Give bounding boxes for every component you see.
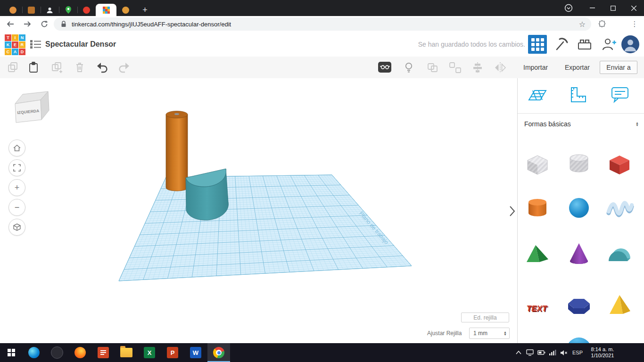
shape-cylinder-striped[interactable] xyxy=(563,148,594,179)
start-button[interactable] xyxy=(0,343,23,362)
edit-grid-button[interactable]: Ed. rejilla xyxy=(461,313,509,322)
tab-search-icon[interactable] xyxy=(559,0,578,16)
tray-language[interactable]: ESP xyxy=(570,343,586,362)
shape-sphere-blue[interactable] xyxy=(563,192,594,223)
shape-cylinder-orange[interactable] xyxy=(522,192,553,223)
back-button[interactable] xyxy=(4,17,17,31)
browser-tab[interactable] xyxy=(4,4,22,16)
copy-icon[interactable] xyxy=(6,60,20,74)
browser-tab[interactable] xyxy=(59,4,77,16)
logo-letter: T xyxy=(5,34,11,41)
blocks-view-button[interactable] xyxy=(528,35,547,54)
fit-view-button[interactable] xyxy=(8,159,25,176)
zoom-out-button[interactable]: − xyxy=(8,199,25,216)
duplicate-icon[interactable] xyxy=(50,60,64,74)
notes-tool-icon[interactable] xyxy=(609,85,631,105)
shape-text-red[interactable]: TEXT TEXT xyxy=(522,290,553,321)
taskbar-app-powerpoint[interactable]: P xyxy=(161,343,184,362)
browser-tab[interactable] xyxy=(116,4,135,16)
snap-grid-label: Ajustar Rejilla xyxy=(427,330,462,337)
account-avatar[interactable] xyxy=(621,35,639,53)
logo-letter: I xyxy=(12,34,18,41)
shape-cone-purple[interactable] xyxy=(563,239,594,270)
url-text: tinkercad.com/things/jIUJ5eudAFF-spectac… xyxy=(72,21,231,28)
shape-box-striped[interactable] xyxy=(522,148,553,179)
new-tab-button[interactable]: + xyxy=(136,4,154,16)
dark-app-icon xyxy=(51,346,63,359)
bookmark-star-icon[interactable]: ☆ xyxy=(579,20,586,29)
shape-half-cylinder-teal-3d[interactable] xyxy=(186,169,229,220)
ruler-tool-icon[interactable] xyxy=(568,85,589,105)
shape-half-sphere-blue[interactable] xyxy=(563,333,594,343)
taskbar-app-dark[interactable] xyxy=(46,343,68,362)
mirror-icon[interactable] xyxy=(493,60,507,74)
view-cube[interactable]: IZQUIERDA xyxy=(12,90,53,128)
delete-trash-icon[interactable] xyxy=(73,60,87,74)
design-title: Spectacular Densor xyxy=(45,32,116,57)
tray-volume-muted-icon[interactable] xyxy=(558,343,570,362)
tray-expand-icon[interactable] xyxy=(513,343,524,362)
browser-tab[interactable] xyxy=(22,4,41,16)
align-icon[interactable] xyxy=(471,60,485,74)
taskbar-app-file-explorer[interactable] xyxy=(115,343,138,362)
ungroup-icon[interactable] xyxy=(448,60,462,74)
address-bar[interactable]: tinkercad.com/things/jIUJ5eudAFF-spectac… xyxy=(54,17,591,31)
brick-icon[interactable] xyxy=(577,38,592,51)
redo-icon[interactable] xyxy=(117,60,131,74)
paste-icon[interactable] xyxy=(26,60,41,74)
comments-visibility-toggle[interactable] xyxy=(377,60,391,74)
lightbulb-icon[interactable] xyxy=(402,60,416,74)
tray-clock[interactable]: 8:14 a. m. 1/10/2021 xyxy=(586,343,619,362)
close-button[interactable] xyxy=(623,0,644,16)
snap-grid-select[interactable]: 1 mm ▲▼ xyxy=(469,328,510,339)
taskbar-app-orange-square[interactable] xyxy=(92,343,115,362)
taskbar-app-excel[interactable]: X xyxy=(138,343,161,362)
firefox-icon xyxy=(74,347,86,358)
minimize-button[interactable] xyxy=(582,0,603,16)
browser-navbar: tinkercad.com/things/jIUJ5eudAFF-spectac… xyxy=(0,16,644,33)
invite-person-icon[interactable] xyxy=(602,37,618,52)
shape-pyramid-yellow[interactable] xyxy=(604,290,635,321)
shape-category-dropdown[interactable]: Formas básicas ▲▼ xyxy=(518,113,644,134)
send-to-button[interactable]: Enviar a xyxy=(600,61,637,74)
shape-roof-green[interactable] xyxy=(522,239,553,270)
taskbar-app-word[interactable]: W xyxy=(184,343,207,362)
undo-icon[interactable] xyxy=(95,60,109,74)
minecraft-pickaxe-icon[interactable] xyxy=(553,37,569,52)
shape-round-roof-teal[interactable] xyxy=(604,239,635,270)
browser-tab-active[interactable] xyxy=(96,4,116,16)
tray-network-icon[interactable] xyxy=(547,343,558,362)
extensions-puzzle-icon[interactable] xyxy=(595,17,608,31)
group-icon[interactable] xyxy=(425,60,439,74)
tinkercad-logo[interactable]: T I N K E R C A D xyxy=(5,34,25,55)
zoom-in-button[interactable]: + xyxy=(8,179,25,196)
browser-tab[interactable] xyxy=(41,4,59,16)
shape-box-red[interactable] xyxy=(604,148,635,179)
workplane-tool-icon[interactable] xyxy=(526,85,548,105)
browser-menu-kebab-icon[interactable]: ⋮ xyxy=(628,17,641,31)
taskbar-app-firefox[interactable] xyxy=(69,343,91,362)
orange-app-icon xyxy=(98,347,109,358)
perspective-toggle-button[interactable] xyxy=(8,219,25,236)
tray-display-icon[interactable] xyxy=(524,343,536,362)
tray-battery-icon[interactable] xyxy=(536,343,547,362)
collapse-panel-chevron-icon[interactable] xyxy=(508,205,516,218)
shape-scribble[interactable] xyxy=(604,192,635,223)
import-button[interactable]: Importar xyxy=(519,61,553,74)
design-menu-icon[interactable] xyxy=(30,40,41,49)
export-button[interactable]: Exportar xyxy=(560,61,594,74)
logo-letter: R xyxy=(19,41,25,48)
maximize-button[interactable] xyxy=(603,0,623,16)
browser-tab[interactable] xyxy=(77,4,96,16)
shape-cylinder-orange-3d[interactable] xyxy=(166,111,188,191)
home-view-button[interactable] xyxy=(8,140,25,156)
taskbar-app-edge[interactable] xyxy=(23,343,45,362)
tab-favicon-green-pin xyxy=(65,6,72,14)
refresh-button[interactable] xyxy=(38,17,51,31)
shape-polygon-navy[interactable] xyxy=(563,290,594,321)
viewport-3d[interactable]: Plano de trabajo IZQUIERDA xyxy=(0,78,517,343)
tab-favicon-person xyxy=(46,7,53,14)
folder-icon xyxy=(120,348,132,357)
forward-button[interactable] xyxy=(21,17,34,31)
taskbar-app-chrome-active[interactable] xyxy=(207,343,230,362)
